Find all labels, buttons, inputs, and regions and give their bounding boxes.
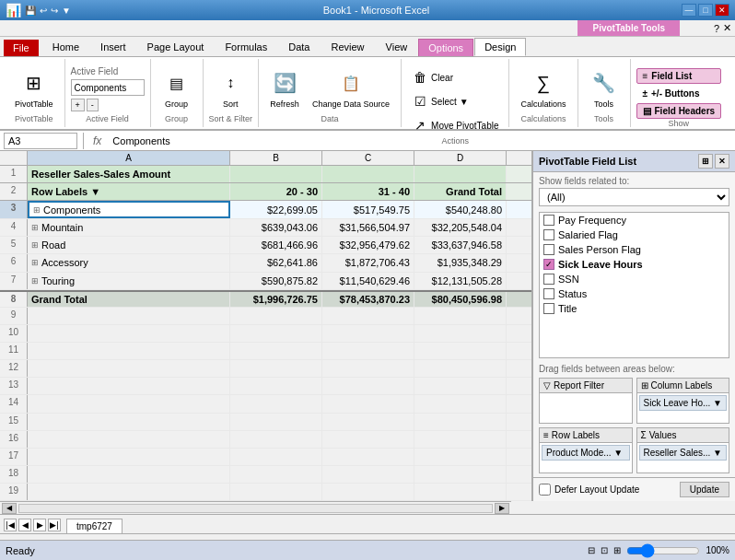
cell-13a[interactable]	[28, 378, 230, 394]
col-header-b[interactable]: B	[230, 151, 322, 165]
cell-15b[interactable]	[230, 414, 322, 430]
cell-4d[interactable]: $32,205,548.04	[414, 219, 507, 236]
cell-9d[interactable]	[414, 308, 507, 324]
cell-1b[interactable]	[230, 166, 322, 182]
tab-home[interactable]: Home	[42, 38, 89, 56]
formula-input[interactable]	[109, 135, 731, 146]
panel-close-button[interactable]: ✕	[715, 154, 729, 169]
scroll-right-button[interactable]: ▶	[495, 503, 509, 514]
cell-5c[interactable]: $32,956,479.62	[322, 237, 414, 253]
refresh-button[interactable]: 🔄 Refresh	[264, 64, 305, 113]
cell-17c[interactable]	[322, 449, 414, 465]
cell-19d[interactable]	[414, 484, 507, 500]
tab-design[interactable]: Design	[474, 38, 526, 56]
col-header-c[interactable]: C	[322, 151, 414, 165]
report-filter-zone[interactable]: ▽ Report Filter	[539, 378, 633, 424]
minimize-button[interactable]: —	[682, 4, 696, 17]
calculations-button[interactable]: ∑ Calculations	[515, 64, 571, 113]
cell-8c[interactable]: $78,453,870.23	[322, 292, 414, 307]
cell-18d[interactable]	[414, 466, 507, 483]
col-header-a[interactable]: A	[28, 151, 230, 165]
cell-4a[interactable]: ⊞ Mountain	[28, 219, 230, 236]
cell-14d[interactable]	[414, 395, 507, 412]
cell-5d[interactable]: $33,637,946.58	[414, 237, 507, 253]
cell-3d[interactable]: $540,248.80	[414, 201, 507, 218]
tab-formulas[interactable]: Formulas	[215, 38, 277, 56]
list-item[interactable]: Sales Person Flag	[540, 242, 729, 257]
plus-minus-button[interactable]: ± +/- Buttons	[636, 86, 722, 101]
list-item[interactable]: SSN	[540, 272, 729, 286]
cell-10b[interactable]	[230, 325, 322, 342]
horizontal-scrollbar[interactable]: ◀ ▶	[0, 501, 511, 514]
cell-13b[interactable]	[230, 378, 322, 394]
cell-9c[interactable]	[322, 308, 414, 324]
cell-12d[interactable]	[414, 360, 507, 377]
cell-7d[interactable]: $12,131,505.28	[414, 273, 507, 289]
sheet-prev-button[interactable]: ◀	[18, 519, 31, 531]
update-button[interactable]: Update	[680, 482, 729, 497]
cell-16b[interactable]	[230, 431, 322, 448]
field-checkbox-payfreq[interactable]	[543, 215, 554, 226]
quick-access-customize[interactable]: ▼	[62, 6, 71, 16]
defer-checkbox[interactable]	[539, 484, 551, 496]
cell-15c[interactable]	[322, 414, 414, 430]
column-labels-zone[interactable]: ⊞ Column Labels Sick Leave Ho... ▼	[636, 378, 730, 424]
cell-10d[interactable]	[414, 325, 507, 342]
scroll-left-button[interactable]: ◀	[2, 503, 17, 514]
cell-12c[interactable]	[322, 360, 414, 377]
cell-19c[interactable]	[322, 484, 414, 500]
sheet-tab[interactable]: tmp6727	[66, 519, 122, 533]
tab-file[interactable]: File	[4, 40, 39, 56]
cell-16c[interactable]	[322, 431, 414, 448]
cell-9a[interactable]	[28, 308, 230, 324]
cell-6c[interactable]: $1,872,706.43	[322, 254, 414, 271]
fields-dropdown[interactable]: (All)	[539, 188, 729, 206]
cell-7c[interactable]: $11,540,629.46	[322, 273, 414, 289]
cell-17b[interactable]	[230, 449, 322, 465]
pivottable-button[interactable]: ⊞ PivotTable	[9, 64, 59, 113]
activefield-input[interactable]	[71, 79, 145, 96]
list-item[interactable]: Pay Frequency	[540, 213, 729, 228]
cell-2a[interactable]: Row Labels ▼	[28, 183, 230, 200]
panel-arrange-button[interactable]: ⊞	[698, 154, 713, 169]
clear-button[interactable]: 🗑 Clear	[407, 66, 503, 88]
cell-8b[interactable]: $1,996,726.75	[230, 292, 322, 307]
expand-field-button[interactable]: +	[71, 99, 85, 111]
cell-8d[interactable]: $80,450,596.98	[414, 292, 507, 307]
list-item[interactable]: Salaried Flag	[540, 228, 729, 242]
defer-check[interactable]: Defer Layout Update	[539, 484, 639, 496]
cell-7b[interactable]: $590,875.82	[230, 273, 322, 289]
cell-15a[interactable]	[28, 414, 230, 430]
tab-data[interactable]: Data	[278, 38, 320, 56]
tab-review[interactable]: Review	[321, 38, 374, 56]
maximize-button[interactable]: □	[698, 4, 713, 17]
close-button[interactable]: ✕	[715, 4, 729, 17]
field-checkbox-salaried[interactable]	[543, 229, 554, 240]
cell-19b[interactable]	[230, 484, 322, 500]
cell-14b[interactable]	[230, 395, 322, 412]
close-panel-icon[interactable]: ✕	[723, 22, 731, 34]
tab-insert[interactable]: Insert	[90, 38, 136, 56]
cell-11b[interactable]	[230, 343, 322, 359]
field-headers-button[interactable]: ▤ Field Headers	[636, 103, 722, 119]
name-box[interactable]	[4, 133, 77, 149]
help-icon[interactable]: ?	[714, 23, 719, 34]
cell-18c[interactable]	[322, 466, 414, 483]
quick-access-undo[interactable]: ↩	[40, 6, 47, 16]
col-header-d[interactable]: D	[414, 151, 507, 165]
row-labels-zone[interactable]: ≡ Row Labels Product Mode... ▼	[539, 427, 633, 473]
layout-page-icon[interactable]: ⊡	[601, 545, 608, 555]
sheet-next-button[interactable]: ▶	[33, 519, 46, 531]
cell-1c[interactable]	[322, 166, 414, 182]
cell-17d[interactable]	[414, 449, 507, 465]
cell-11c[interactable]	[322, 343, 414, 359]
cell-13c[interactable]	[322, 378, 414, 394]
field-checkbox-status[interactable]	[543, 288, 554, 299]
list-item[interactable]: Title	[540, 301, 729, 316]
cell-17a[interactable]	[28, 449, 230, 465]
zoom-slider[interactable]	[626, 545, 700, 556]
cell-1a[interactable]: Reseller Sales-Sales Amount	[28, 166, 230, 182]
cell-19a[interactable]	[28, 484, 230, 500]
move-pivottable-button[interactable]: ↗ Move PivotTable	[407, 114, 503, 136]
layout-pagebreak-icon[interactable]: ⊞	[613, 545, 621, 555]
